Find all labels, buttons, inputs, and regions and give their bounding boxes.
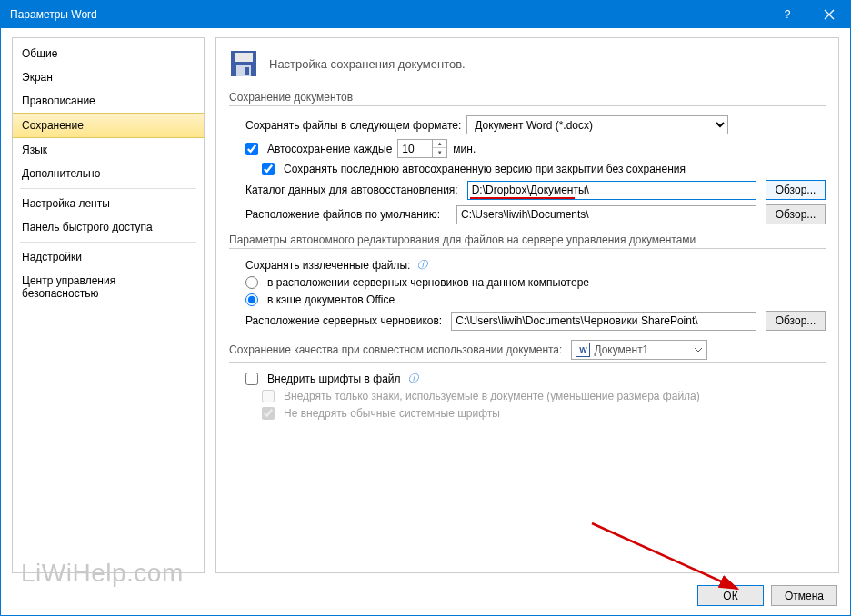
autosave-unit: мин. — [453, 143, 476, 155]
content-pane: Настройка сохранения документов. Сохране… — [215, 37, 839, 573]
sidebar-item-save[interactable]: Сохранение — [13, 113, 204, 138]
doc-name: Документ1 — [594, 343, 648, 356]
section-save-title: Сохранение документов — [229, 91, 826, 106]
sidebar-item-language[interactable]: Язык — [13, 138, 204, 162]
embed-subset-checkbox — [262, 390, 275, 402]
svg-rect-3 — [245, 67, 249, 75]
info-icon[interactable]: ⓘ — [417, 258, 427, 272]
skip-system-checkbox — [262, 407, 275, 420]
sidebar-item-proofing[interactable]: Правописание — [13, 89, 204, 113]
section-offline-title: Параметры автономного редактирования для… — [229, 233, 826, 249]
svg-rect-1 — [235, 53, 253, 62]
sidebar-separator — [20, 242, 196, 243]
sidebar-item-display[interactable]: Экран — [13, 65, 204, 89]
autorecover-label: Каталог данных для автовосстановления: — [245, 184, 458, 196]
skip-system-label: Не внедрять обычные системные шрифты — [284, 407, 500, 420]
embed-fonts-checkbox[interactable] — [245, 373, 258, 385]
watermark: LiWiHelp.com — [21, 559, 184, 588]
help-button[interactable]: ? — [766, 1, 808, 28]
save-icon — [229, 49, 258, 78]
radio-local-label: в расположении серверных черновиков на д… — [267, 276, 589, 289]
embed-fonts-label: Внедрить шрифты в файл — [267, 373, 401, 385]
sidebar-item-qat[interactable]: Панель быстрого доступа — [13, 215, 204, 239]
autosave-checkbox[interactable] — [245, 143, 258, 155]
sidebar-item-addins[interactable]: Надстройки — [13, 245, 204, 269]
radio-local-drafts[interactable] — [245, 276, 258, 289]
browse-default-button[interactable]: Обзор... — [766, 204, 826, 224]
radio-cache-label: в кэше документов Office — [267, 293, 395, 306]
autosave-value[interactable] — [397, 139, 432, 158]
document-selector[interactable]: W Документ1 — [571, 340, 707, 360]
sidebar-item-advanced[interactable]: Дополнительно — [13, 162, 204, 185]
cancel-button[interactable]: Отмена — [771, 585, 837, 606]
browse-autorecover-button[interactable]: Обзор... — [766, 180, 826, 200]
info-icon[interactable]: ⓘ — [408, 372, 418, 385]
browse-drafts-button[interactable]: Обзор... — [766, 311, 826, 331]
spin-up-icon[interactable]: ▲ — [433, 140, 446, 148]
sidebar-item-trust[interactable]: Центр управления безопасностью — [13, 269, 204, 305]
quality-title: Сохранение качества при совместном испол… — [229, 343, 562, 356]
close-button[interactable] — [808, 1, 850, 28]
default-loc-input[interactable] — [456, 205, 756, 224]
sidebar-separator — [20, 188, 196, 189]
page-header: Настройка сохранения документов. — [269, 57, 466, 71]
word-doc-icon: W — [576, 343, 590, 357]
sidebar-item-general[interactable]: Общие — [13, 42, 204, 65]
autosave-label: Автосохранение каждые — [267, 143, 392, 155]
sidebar: Общие Экран Правописание Сохранение Язык… — [12, 37, 205, 573]
titlebar: Параметры Word ? — [1, 1, 850, 28]
sidebar-item-ribbon[interactable]: Настройка ленты — [13, 192, 204, 215]
drafts-path-input[interactable] — [451, 312, 756, 331]
keep-last-checkbox[interactable] — [262, 163, 275, 175]
drafts-label: Расположение серверных черновиков: — [245, 314, 442, 327]
autosave-spinner[interactable]: ▲▼ — [397, 139, 447, 158]
chevron-down-icon — [694, 345, 703, 354]
default-loc-label: Расположение файлов по умолчанию: — [245, 208, 447, 221]
spin-down-icon[interactable]: ▼ — [433, 148, 446, 156]
format-label: Сохранять файлы в следующем формате: — [245, 119, 461, 132]
keep-last-label: Сохранять последнюю автосохраненную верс… — [284, 163, 686, 175]
embed-subset-label: Внедрять только знаки, используемые в до… — [284, 390, 700, 402]
section-quality: Сохранение качества при совместном испол… — [229, 340, 826, 363]
format-dropdown[interactable]: Документ Word (*.docx) — [466, 115, 728, 134]
dialog-footer: ОК Отмена — [697, 585, 837, 606]
window-title: Параметры Word — [10, 8, 766, 21]
save-checked-label: Сохранять извлеченные файлы: — [245, 259, 410, 272]
ok-button[interactable]: ОК — [697, 585, 764, 606]
autorecover-path-input[interactable] — [467, 181, 756, 200]
close-icon — [824, 9, 835, 20]
radio-office-cache[interactable] — [245, 293, 258, 306]
